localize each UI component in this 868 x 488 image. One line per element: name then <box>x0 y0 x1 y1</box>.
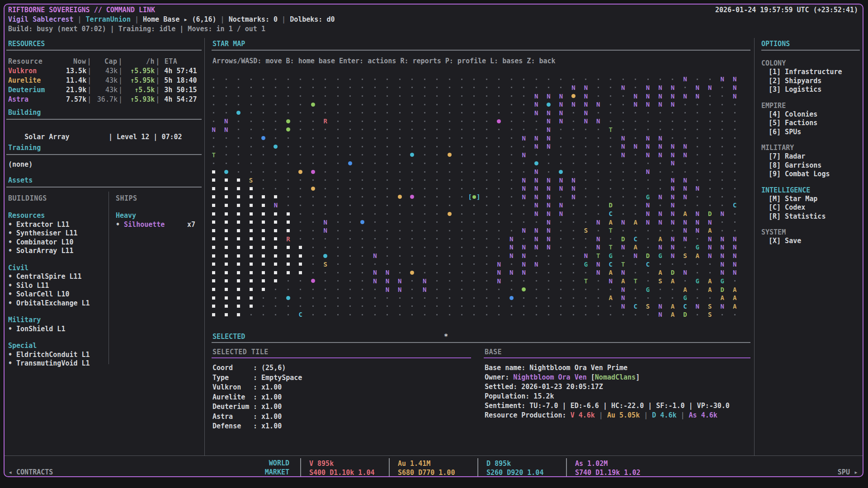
map-cell[interactable] <box>580 168 592 176</box>
map-cell[interactable] <box>567 134 580 142</box>
map-cell[interactable]: N <box>691 226 703 235</box>
map-cell[interactable] <box>567 168 580 176</box>
map-cell[interactable] <box>530 84 542 92</box>
map-cell[interactable] <box>344 117 356 126</box>
map-cell[interactable]: N <box>530 193 542 202</box>
map-cell[interactable] <box>518 75 530 84</box>
map-cell[interactable] <box>294 260 307 268</box>
map-cell[interactable]: G <box>691 243 703 252</box>
map-cell[interactable]: N <box>493 277 505 286</box>
map-cell[interactable] <box>679 260 691 268</box>
map-cell[interactable] <box>394 252 406 260</box>
map-cell[interactable] <box>418 108 430 117</box>
map-cell[interactable]: N <box>617 243 629 252</box>
map-cell[interactable]: N <box>691 92 703 100</box>
map-cell[interactable]: N <box>518 268 530 277</box>
map-cell[interactable] <box>629 201 642 210</box>
map-cell[interactable] <box>629 159 642 168</box>
map-cell[interactable] <box>728 159 741 168</box>
map-cell[interactable] <box>245 193 257 202</box>
map-cell[interactable] <box>654 159 666 168</box>
map-cell[interactable] <box>282 252 294 260</box>
map-cell[interactable] <box>381 260 393 268</box>
map-cell[interactable] <box>642 226 654 235</box>
map-cell[interactable] <box>208 277 220 286</box>
map-cell[interactable] <box>394 302 406 310</box>
map-cell[interactable] <box>232 75 245 84</box>
map-cell[interactable] <box>208 108 220 117</box>
map-cell[interactable] <box>679 84 691 92</box>
map-cell[interactable]: N <box>530 108 542 117</box>
map-cell[interactable]: G <box>580 260 592 268</box>
map-cell[interactable] <box>356 294 368 302</box>
map-cell[interactable]: N <box>666 193 679 202</box>
map-cell[interactable]: N <box>518 243 530 252</box>
map-cell[interactable] <box>679 108 691 117</box>
map-cell[interactable] <box>294 201 307 210</box>
map-cell[interactable] <box>356 126 368 134</box>
map-cell[interactable] <box>418 142 430 151</box>
map-cell[interactable] <box>592 142 604 151</box>
map-cell[interactable] <box>356 184 368 193</box>
map-cell[interactable] <box>282 268 294 277</box>
map-cell[interactable]: N <box>505 252 518 260</box>
map-cell[interactable] <box>319 84 331 92</box>
map-cell[interactable] <box>406 235 418 244</box>
map-cell[interactable] <box>580 210 592 218</box>
map-cell[interactable] <box>245 126 257 134</box>
map-cell[interactable]: N <box>666 142 679 151</box>
map-cell[interactable] <box>505 193 518 202</box>
map-cell[interactable] <box>307 184 319 193</box>
map-cell[interactable] <box>530 302 542 310</box>
map-cell[interactable] <box>456 260 468 268</box>
map-cell[interactable] <box>282 159 294 168</box>
map-cell[interactable] <box>294 150 307 159</box>
map-cell[interactable] <box>666 75 679 84</box>
map-cell[interactable] <box>642 310 654 319</box>
map-cell[interactable] <box>208 310 220 319</box>
map-cell[interactable] <box>505 168 518 176</box>
map-cell[interactable] <box>456 84 468 92</box>
map-cell[interactable]: N <box>679 142 691 151</box>
menu-item-radar[interactable]: [7] Radar <box>761 152 863 161</box>
map-cell[interactable]: N <box>704 252 716 260</box>
map-cell[interactable] <box>269 134 282 142</box>
map-cell[interactable] <box>642 243 654 252</box>
map-cell[interactable]: N <box>493 268 505 277</box>
map-cell[interactable] <box>331 193 344 202</box>
map-cell[interactable] <box>629 150 642 159</box>
map-cell[interactable]: T <box>604 226 617 235</box>
map-cell[interactable] <box>381 92 393 100</box>
menu-item-infrastructure[interactable]: [1] Infrastructure <box>761 68 863 77</box>
map-cell[interactable] <box>319 159 331 168</box>
map-cell[interactable] <box>307 75 319 84</box>
map-cell[interactable] <box>307 84 319 92</box>
map-cell[interactable]: N <box>666 84 679 92</box>
map-cell[interactable] <box>555 168 567 176</box>
map-cell[interactable] <box>530 310 542 319</box>
map-cell[interactable] <box>319 277 331 286</box>
map-cell[interactable] <box>344 243 356 252</box>
map-cell[interactable] <box>505 302 518 310</box>
map-cell[interactable] <box>220 75 232 84</box>
map-cell[interactable] <box>331 218 344 226</box>
map-cell[interactable] <box>728 142 741 151</box>
map-cell[interactable] <box>493 252 505 260</box>
map-cell[interactable] <box>456 235 468 244</box>
map-cell[interactable] <box>406 92 418 100</box>
map-cell[interactable]: N <box>617 294 629 302</box>
map-cell[interactable] <box>481 210 493 218</box>
map-cell[interactable] <box>356 159 368 168</box>
map-cell[interactable] <box>555 268 567 277</box>
map-cell[interactable] <box>406 210 418 218</box>
map-cell[interactable] <box>269 92 282 100</box>
map-cell[interactable] <box>406 268 418 277</box>
map-cell[interactable] <box>629 108 642 117</box>
map-cell[interactable] <box>394 108 406 117</box>
map-cell[interactable] <box>604 150 617 159</box>
map-cell[interactable]: N <box>728 243 741 252</box>
map-cell[interactable] <box>269 302 282 310</box>
menu-item-save[interactable]: [X] Save <box>761 237 863 246</box>
map-cell[interactable] <box>567 243 580 252</box>
map-cell[interactable] <box>555 277 567 286</box>
